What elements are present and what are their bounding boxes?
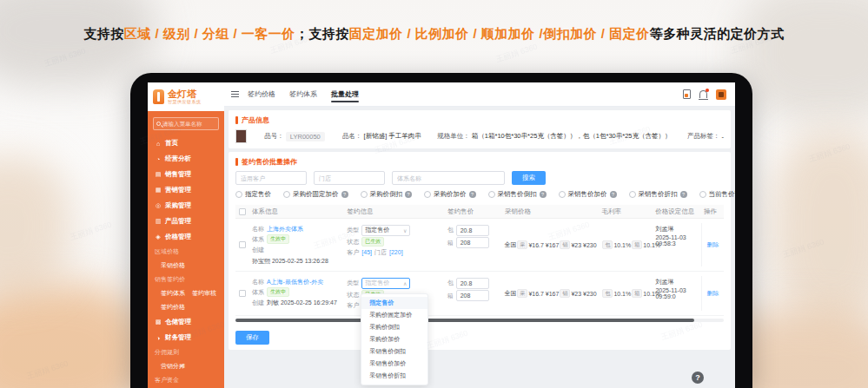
- delete-link[interactable]: 删除: [707, 289, 719, 298]
- radio-circle: [629, 191, 636, 198]
- pack-price-input[interactable]: 20.8: [456, 225, 489, 236]
- field-label: 品号：: [264, 132, 284, 141]
- sidebar-group-commission[interactable]: 分佣规则: [148, 345, 224, 359]
- sidebar-item-marketing[interactable]: ▦营销管理: [148, 182, 224, 198]
- purchase-icon: ◎: [155, 202, 162, 209]
- help-question-icon[interactable]: ?: [610, 191, 617, 198]
- sidebar-item-label: 销售签约价: [155, 275, 185, 284]
- tab-sign-price[interactable]: 签约价格: [248, 82, 275, 106]
- store-count-link[interactable]: [220]: [389, 249, 403, 255]
- column-header: 签约售价: [445, 207, 502, 216]
- save-button[interactable]: 保存: [235, 331, 269, 345]
- delete-link[interactable]: 删除: [707, 240, 719, 249]
- dropdown-option-purchase-markup[interactable]: 采购价加价: [361, 333, 427, 345]
- tab-sign-system[interactable]: 签约体系: [289, 82, 317, 106]
- sidebar-item-marketing-share[interactable]: 营销分摊: [148, 359, 224, 373]
- cell-label: 体系: [252, 235, 264, 244]
- box-price-input[interactable]: 208: [456, 290, 489, 301]
- margin-cell: 包 10.1% 箱 10.1%: [599, 276, 653, 311]
- sidebar-item-warehouse[interactable]: ▩仓储管理: [148, 314, 224, 330]
- sidebar-item-purchase[interactable]: ◎采购管理: [148, 198, 224, 214]
- document-icon[interactable]: [683, 89, 691, 99]
- dropdown-option-sale-reverse[interactable]: 采销售价倒扣: [361, 345, 427, 358]
- box-price-input[interactable]: 208: [456, 237, 489, 248]
- sidebar-item-home[interactable]: ⌂首页: [148, 135, 224, 151]
- sidebar-item-product[interactable]: ▥产品管理: [148, 214, 224, 229]
- pack-price-input[interactable]: 20.8: [456, 278, 489, 289]
- radio-purchase-markup[interactable]: 采购价加价?: [424, 190, 476, 199]
- radio-circle: [235, 191, 242, 198]
- sidebar-group-region-price[interactable]: 区域价格: [148, 245, 224, 259]
- price-type-select[interactable]: 指定售价∨: [361, 225, 410, 236]
- watermark-text: 王丽娟 6360: [43, 46, 87, 70]
- sidebar-item-finance[interactable]: ◑财务管理: [148, 330, 224, 345]
- select-all-checkbox[interactable]: [239, 208, 246, 215]
- sidebar-item-label: 签约价格: [161, 303, 185, 312]
- system-name-link[interactable]: 上海外卖体系: [267, 225, 303, 233]
- radio-label: 采销售价倒扣: [498, 190, 537, 199]
- background-blur-blob: [0, 0, 156, 87]
- sidebar-item-label: 价格管理: [165, 233, 191, 241]
- help-question-icon[interactable]: ?: [405, 191, 412, 198]
- radio-circle: [488, 191, 495, 198]
- marketing-icon: ▦: [155, 187, 162, 194]
- status-badge: 生效中: [267, 234, 289, 244]
- table-header: 体系信息 签约信息 签约售价 采销价格 毛利率 价格设定信息 操作: [235, 205, 724, 219]
- row-checkbox[interactable]: [239, 290, 246, 297]
- notification-bell-icon[interactable]: [699, 90, 707, 98]
- dropdown-option-specified-price[interactable]: 指定售价: [361, 297, 427, 309]
- radio-purchase-reverse[interactable]: 采购价倒扣?: [361, 190, 413, 199]
- headline: 支持按区域 / 级别 / 分组 / 一客一价；支持按固定加价 / 比例加价 / …: [0, 26, 868, 43]
- system-name-filter-input[interactable]: [392, 171, 505, 185]
- menu-search-input[interactable]: [162, 121, 215, 127]
- price-type-select-open[interactable]: 指定售价 ∧ 指定售价 采购价固定加价 采购价倒扣 采购价加价: [361, 278, 410, 289]
- topbar: 签约价格 签约体系 批量处理: [224, 82, 735, 107]
- radio-purchase-fixed-markup[interactable]: 采购价固定加价?: [283, 190, 348, 199]
- radio-sale-markup[interactable]: 采销售价加价?: [559, 190, 617, 199]
- store-filter-input[interactable]: [314, 171, 385, 185]
- avatar[interactable]: [716, 89, 726, 100]
- radio-label: 采销售价加价: [568, 190, 607, 199]
- scrollbar-thumb[interactable]: [235, 319, 694, 322]
- pack-tag: 包: [602, 289, 613, 298]
- status-badge: 已生效: [361, 237, 384, 247]
- help-question-icon[interactable]: ?: [469, 191, 476, 198]
- help-question-icon[interactable]: ?: [540, 191, 547, 198]
- radio-sale-discount[interactable]: 采销售价折扣?: [629, 190, 687, 199]
- sidebar-item-sales[interactable]: ▤销售管理: [148, 167, 224, 182]
- help-question-icon[interactable]: ?: [341, 191, 348, 198]
- product-tag-field: 产品标签：-: [687, 132, 724, 141]
- sidebar-item-price[interactable]: ◈价格管理: [148, 229, 224, 245]
- product-name-field: 品名：[新铭盛] 手工羊肉串: [342, 132, 421, 141]
- dropdown-option-purchase-reverse[interactable]: 采购价倒扣: [361, 321, 427, 333]
- sidebar-item-sign-review[interactable]: 签约审核: [192, 289, 216, 298]
- collapse-menu-icon[interactable]: [231, 91, 239, 97]
- sidebar-group-sales-sign[interactable]: 销售签约价: [148, 273, 224, 286]
- search-button[interactable]: 搜索: [512, 171, 546, 185]
- sidebar-item-analysis[interactable]: ◔经营分析: [148, 151, 224, 167]
- radio-sale-reverse[interactable]: 采销售价倒扣?: [488, 190, 547, 199]
- menu-search-box[interactable]: [153, 117, 219, 130]
- customer-count-link[interactable]: [45]: [361, 249, 372, 255]
- customer-filter-input[interactable]: [235, 171, 307, 185]
- sidebar-item-caixiao-price[interactable]: 采销价格: [148, 259, 224, 273]
- field-label: 规格单位：: [437, 132, 470, 141]
- dropdown-option-sale-markup[interactable]: 采销售价加价: [361, 358, 427, 370]
- dropdown-option-sale-discount[interactable]: 采销售价折扣: [361, 370, 427, 382]
- radio-label: 采购价固定加价: [293, 190, 339, 199]
- tab-batch-process[interactable]: 批量处理: [331, 82, 359, 106]
- radio-label: 当前售价调整: [709, 190, 736, 199]
- help-question-icon[interactable]: ?: [680, 191, 687, 198]
- radio-specified-price[interactable]: 指定售价: [235, 190, 271, 199]
- row-checkbox[interactable]: [239, 241, 246, 248]
- sale-prices: ¥23 ¥230: [571, 242, 596, 248]
- radio-current-price-adjust[interactable]: 当前售价调整?: [699, 190, 736, 199]
- sidebar-item-sign-system[interactable]: 签约体系: [161, 289, 185, 298]
- product-row: 品号：LYR00050 品名：[新铭盛] 手工羊肉串 规格单位：箱（1箱*10包…: [235, 129, 724, 143]
- system-name-link[interactable]: A上海-最低售价-外卖: [267, 278, 323, 286]
- sidebar-group-customer-funds[interactable]: 客户资金: [148, 373, 224, 387]
- sidebar-item-sign-price[interactable]: 签约价格: [148, 300, 224, 314]
- help-button[interactable]: ?: [692, 372, 704, 384]
- dropdown-option-purchase-fixed-markup[interactable]: 采购价固定加价: [361, 309, 427, 321]
- price-type-dropdown: 指定售价 采购价固定加价 采购价倒扣 采购价加价 采销售价倒扣 采销售价加价 采…: [361, 293, 428, 385]
